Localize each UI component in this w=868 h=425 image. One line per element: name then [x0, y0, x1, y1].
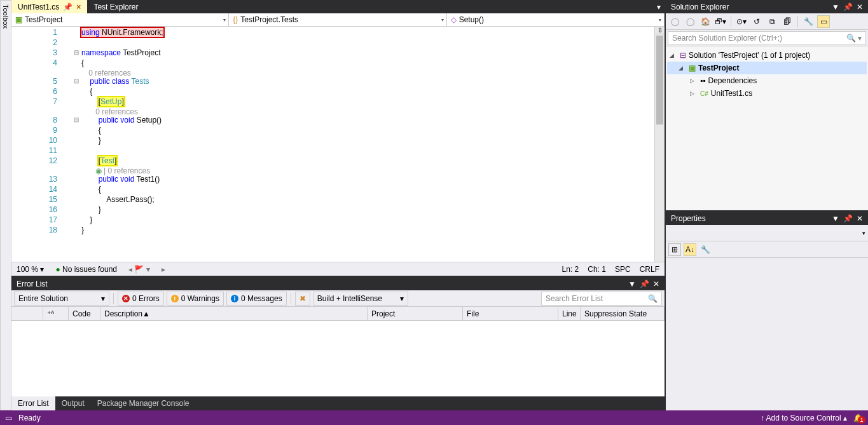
- chevron-down-icon[interactable]: ▼: [628, 280, 636, 288]
- dependencies-icon: ▪▪: [700, 76, 706, 85]
- pin-icon[interactable]: 📌: [640, 280, 649, 288]
- solution-search-input[interactable]: Search Solution Explorer (Ctrl+;) 🔍 ▾: [668, 31, 866, 45]
- tree-solution[interactable]: ◢ ⊟ Solution 'TestProject' (1 of 1 proje…: [667, 49, 867, 62]
- errors-filter[interactable]: ✕0 Errors: [118, 292, 164, 306]
- sync-icon[interactable]: 🗗▾: [714, 15, 727, 28]
- notifications-button[interactable]: 🔔 1: [853, 414, 863, 422]
- back-icon[interactable]: ◯: [668, 15, 681, 28]
- wrench-icon[interactable]: 🔧: [699, 243, 712, 256]
- chevron-down-icon[interactable]: ▼: [832, 3, 839, 11]
- solution-explorer-title: Solution Explorer: [671, 3, 729, 11]
- error-table-header: ⁺ᴬ Code Description ▲ Project File Line …: [11, 307, 665, 321]
- pin-icon[interactable]: 📌: [843, 3, 853, 11]
- properties-icon[interactable]: 🔧: [802, 15, 815, 28]
- error-search-input[interactable]: Search Error List🔍: [541, 292, 662, 306]
- refresh-icon[interactable]: ↺: [750, 15, 763, 28]
- nav-next-icon[interactable]: ▸: [162, 265, 165, 274]
- properties-title: Properties: [671, 214, 706, 223]
- show-all-icon[interactable]: 🗐: [781, 15, 794, 28]
- line-number-gutter: 1 2 3 4 5 6 7 8 9 10 11 12 13 14: [11, 27, 69, 262]
- csharp-project-icon: ▣: [15, 15, 22, 24]
- tab-label: Test Explorer: [93, 3, 138, 11]
- collapse-icon[interactable]: ⧉: [766, 15, 778, 28]
- close-icon[interactable]: ✕: [857, 214, 863, 223]
- dirty-pin-icon[interactable]: 📌: [63, 3, 72, 11]
- search-icon: 🔍 ▾: [846, 34, 862, 43]
- properties-grid: [666, 258, 868, 410]
- line-ending: CRLF: [640, 265, 659, 274]
- search-icon: 🔍: [648, 294, 658, 303]
- source-dropdown[interactable]: Build + IntelliSense▾: [313, 292, 408, 306]
- tab-error-list[interactable]: Error List: [11, 396, 55, 410]
- close-icon[interactable]: ✕: [653, 280, 659, 288]
- home-icon[interactable]: 🏠: [699, 15, 712, 28]
- error-list-title: Error List: [17, 280, 48, 288]
- method-icon: ◇: [451, 15, 457, 24]
- sort-column[interactable]: Description ▲: [100, 307, 368, 320]
- pin-icon[interactable]: 📌: [843, 214, 853, 223]
- indent-mode: SPC: [615, 265, 631, 274]
- cursor-col: Ch: 1: [588, 265, 606, 274]
- scope-icon[interactable]: ⊙▾: [735, 15, 748, 28]
- tree-project[interactable]: ◢ ▣ TestProject: [667, 62, 867, 74]
- categorize-icon[interactable]: ⊞: [668, 243, 681, 256]
- tree-file[interactable]: ▷ C# UnitTest1.cs: [667, 87, 867, 100]
- zoom-dropdown[interactable]: 100 % ▾: [17, 265, 44, 274]
- warnings-filter[interactable]: !0 Warnings: [167, 292, 224, 306]
- editor-scrollbar[interactable]: ⇳: [654, 27, 665, 262]
- sort-icon[interactable]: A↓: [684, 243, 696, 256]
- close-icon[interactable]: ✕: [857, 3, 863, 11]
- tab-unittest[interactable]: UnitTest1.cs 📌 ×: [11, 0, 87, 13]
- status-icon: ▭: [5, 414, 12, 422]
- tree-dependencies[interactable]: ▷ ▪▪ Dependencies: [667, 74, 867, 87]
- csharp-file-icon: C#: [700, 90, 708, 97]
- status-ready: Ready: [18, 414, 41, 422]
- breadcrumb-namespace[interactable]: {} TestProject.Tests: [229, 13, 446, 26]
- code-editor[interactable]: 1 2 3 4 5 6 7 8 9 10 11 12 13 14: [11, 27, 665, 262]
- chevron-down-icon[interactable]: ▾: [653, 3, 665, 11]
- toolbox-tab[interactable]: Toolbox: [0, 0, 11, 410]
- nav-icon[interactable]: ◂ 🚩 ▾: [128, 265, 150, 274]
- chevron-down-icon[interactable]: ▼: [832, 214, 839, 223]
- scope-dropdown[interactable]: Entire Solution▾: [14, 292, 109, 306]
- solution-icon: ⊟: [680, 51, 686, 60]
- namespace-icon: {}: [233, 15, 238, 24]
- issues-status[interactable]: ● No issues found: [55, 265, 117, 274]
- csharp-project-icon: ▣: [689, 64, 696, 72]
- forward-icon[interactable]: ◯: [684, 15, 696, 28]
- source-control-button[interactable]: ↑ Add to Source Control ▴: [761, 414, 847, 422]
- breadcrumb-project[interactable]: ▣ TestProject: [11, 13, 229, 26]
- error-table-body: [11, 321, 665, 396]
- close-icon[interactable]: ×: [76, 3, 81, 11]
- tab-test-explorer[interactable]: Test Explorer: [87, 0, 144, 13]
- cursor-line: Ln: 2: [562, 265, 579, 274]
- clear-button[interactable]: ✖: [295, 292, 310, 306]
- tab-label: UnitTest1.cs: [18, 3, 59, 11]
- chevron-down-icon[interactable]: ▾: [862, 230, 865, 236]
- tab-output[interactable]: Output: [55, 396, 91, 410]
- preview-icon[interactable]: ▭: [817, 15, 830, 28]
- tab-package-manager[interactable]: Package Manager Console: [91, 396, 196, 410]
- breadcrumb-member[interactable]: ◇ Setup(): [447, 13, 665, 26]
- messages-filter[interactable]: i0 Messages: [226, 292, 287, 306]
